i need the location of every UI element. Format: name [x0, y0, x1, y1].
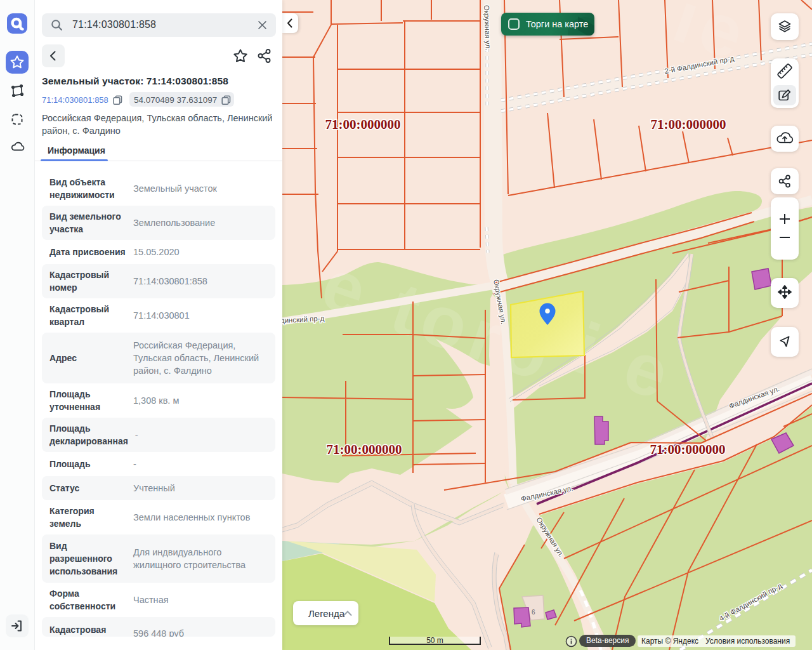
svg-text:71:00:000000: 71:00:000000	[327, 442, 402, 457]
svg-text:6: 6	[532, 609, 535, 616]
svg-text:71:00:000000: 71:00:000000	[650, 442, 726, 457]
svg-text:71:00:000000: 71:00:000000	[325, 117, 401, 132]
svg-text:Окружная ул.: Окружная ул.	[483, 5, 492, 51]
svg-text:71:00:000000: 71:00:000000	[651, 117, 726, 132]
